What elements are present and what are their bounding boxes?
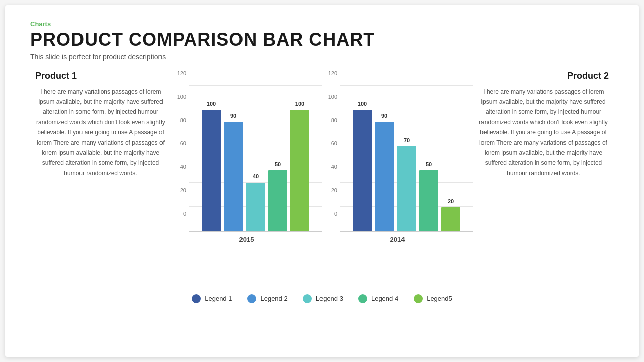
product1-title: Product 1 [35, 71, 166, 81]
y-tick: 120 [177, 71, 186, 76]
y-tick: 20 [180, 188, 186, 193]
charts-label: Charts [30, 20, 614, 28]
charts-container: 020406080100120 100904050100 2015 020406… [171, 71, 473, 243]
product2-title: Product 2 [478, 71, 609, 81]
y-tick: 100 [177, 94, 186, 100]
content-area: Product 1 There are many variations pass… [30, 71, 614, 287]
bar: 100 [290, 110, 309, 231]
bar-col: 100 [353, 110, 372, 231]
chart2-x-label: 2014 [322, 236, 473, 243]
y-tick: 100 [328, 94, 337, 100]
grid-line [189, 85, 322, 86]
bar-col: 40 [246, 183, 265, 231]
chart2-wrapper: 020406080100120 10090705020 2014 [322, 71, 473, 243]
product1-section: Product 1 There are many variations pass… [30, 71, 171, 179]
legend-item: Legend5 [414, 294, 452, 303]
chart2-area: 020406080100120 10090705020 [322, 71, 473, 232]
y-tick: 120 [328, 71, 337, 76]
chart1-bars: 100904050100 [189, 86, 322, 232]
legend-dot [414, 294, 423, 303]
bar: 50 [268, 170, 287, 231]
y-tick: 80 [331, 118, 337, 123]
subtitle: This slide is perfect for product descri… [30, 53, 614, 61]
bar-value-label: 70 [404, 137, 410, 143]
chart1-wrapper: 020406080100120 100904050100 2015 [171, 71, 322, 243]
legend-dot [247, 294, 256, 303]
main-title: PRODUCT COMPARISON BAR CHART [30, 30, 614, 50]
bar-col: 100 [202, 110, 221, 231]
bar-col: 100 [290, 110, 309, 231]
chart1-y-axis: 020406080100120 [171, 71, 189, 217]
bar-value-label: 50 [275, 161, 281, 167]
bar-col: 70 [397, 146, 416, 231]
y-tick: 80 [180, 118, 186, 123]
bar-value-label: 90 [230, 113, 236, 119]
legend-item: Legend 2 [247, 294, 287, 303]
bar-col: 50 [419, 170, 438, 231]
product1-text: There are many variations passages of lo… [35, 86, 166, 179]
bar-value-label: 50 [426, 161, 432, 167]
bar-col: 90 [375, 122, 394, 231]
legend-label: Legend 4 [371, 295, 398, 302]
bar-value-label: 100 [207, 101, 216, 107]
chart2-bars: 10090705020 [340, 86, 473, 232]
chart1-area: 020406080100120 100904050100 [171, 71, 322, 232]
bar: 40 [246, 183, 265, 231]
bar-value-label: 90 [381, 113, 387, 119]
y-tick: 0 [183, 211, 186, 217]
grid-line [340, 85, 473, 86]
legend-item: Legend 4 [358, 294, 398, 303]
y-tick: 60 [180, 141, 186, 146]
y-tick: 60 [331, 141, 337, 146]
bar-value-label: 100 [358, 101, 367, 107]
bar: 90 [224, 122, 243, 231]
y-tick: 40 [180, 164, 186, 170]
legend-item: Legend 3 [303, 294, 343, 303]
chart1-x-label: 2015 [171, 236, 322, 243]
product2-section: Product 2 There are many variations pass… [473, 71, 614, 179]
product2-text: There are many variations passages of lo… [478, 86, 609, 179]
legend-dot [192, 294, 201, 303]
bar: 100 [202, 110, 221, 231]
bar: 50 [419, 170, 438, 231]
bar-value-label: 40 [253, 173, 259, 179]
bar: 70 [397, 146, 416, 231]
bar-value-label: 100 [295, 101, 304, 107]
bar-col: 90 [224, 122, 243, 231]
y-tick: 0 [334, 211, 337, 217]
bar-col: 50 [268, 170, 287, 231]
legend-label: Legend 3 [316, 295, 343, 302]
bar: 100 [353, 110, 372, 231]
slide: Charts PRODUCT COMPARISON BAR CHART This… [5, 5, 639, 357]
bar: 90 [375, 122, 394, 231]
legend-label: Legend 2 [260, 295, 287, 302]
chart2-y-axis: 020406080100120 [322, 71, 340, 217]
legend-item: Legend 1 [192, 294, 232, 303]
bar-col: 20 [441, 207, 460, 231]
y-tick: 40 [331, 164, 337, 170]
bar-value-label: 20 [448, 198, 454, 204]
bar: 20 [441, 207, 460, 231]
legend-label: Legend 1 [205, 295, 232, 302]
legend-dot [358, 294, 367, 303]
legend-area: Legend 1Legend 2Legend 3Legend 4Legend5 [30, 294, 614, 303]
legend-dot [303, 294, 312, 303]
legend-label: Legend5 [427, 295, 452, 302]
y-tick: 20 [331, 188, 337, 193]
